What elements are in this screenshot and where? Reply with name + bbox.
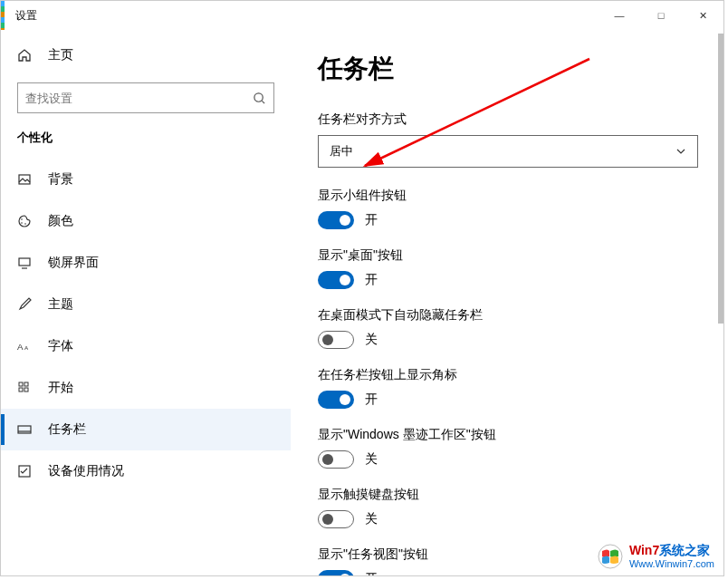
watermark-brand1: Win7 <box>629 543 659 557</box>
watermark-url: Www.Winwin7.com <box>629 558 714 569</box>
picture-icon <box>17 172 35 187</box>
svg-rect-14 <box>18 426 31 433</box>
watermark-brand2: 系统之家 <box>659 543 710 557</box>
alignment-value: 居中 <box>330 143 353 160</box>
toggle-label: 显示"Windows 墨迹工作区"按钮 <box>318 427 687 443</box>
sidebar-item-label: 开始 <box>48 380 73 396</box>
svg-rect-11 <box>24 382 28 386</box>
toggle-switch[interactable] <box>318 450 354 469</box>
toggle-group: 显示"桌面"按钮 开 <box>318 247 687 289</box>
toggle-switch[interactable] <box>318 271 354 289</box>
toggle-switch[interactable] <box>318 211 354 229</box>
home-link[interactable]: 主页 <box>1 37 291 73</box>
toggle-label: 显示"桌面"按钮 <box>318 247 687 264</box>
svg-rect-12 <box>19 388 23 392</box>
minimize-button[interactable]: — <box>599 1 640 30</box>
close-button[interactable]: ✕ <box>682 1 723 30</box>
sidebar-item-label: 锁屏界面 <box>48 255 99 271</box>
sidebar-item-device-usage[interactable]: 设备使用情况 <box>1 450 291 492</box>
sidebar-item-taskbar[interactable]: 任务栏 <box>1 409 291 450</box>
svg-point-4 <box>21 222 23 224</box>
toggle-state: 关 <box>365 511 378 527</box>
toggle-label: 在任务栏按钮上显示角标 <box>318 367 687 383</box>
toggle-switch[interactable] <box>318 510 354 528</box>
svg-point-5 <box>24 223 26 225</box>
monitor-icon <box>17 256 35 270</box>
toggle-label: 显示触摸键盘按钮 <box>318 487 687 503</box>
svg-text:A: A <box>17 342 24 352</box>
grid-icon <box>17 381 35 395</box>
sidebar-item-themes[interactable]: 主题 <box>1 284 291 325</box>
chevron-down-icon <box>675 146 686 157</box>
home-label: 主页 <box>48 47 73 63</box>
svg-rect-6 <box>19 258 30 266</box>
maximize-button[interactable]: □ <box>640 1 682 30</box>
toggle-state: 开 <box>365 571 378 575</box>
sidebar-item-background[interactable]: 背景 <box>1 159 291 200</box>
font-icon: AA <box>17 339 35 353</box>
sidebar-item-fonts[interactable]: AA 字体 <box>1 325 291 367</box>
sidebar-item-colors[interactable]: 颜色 <box>1 200 291 242</box>
sidebar-item-label: 主题 <box>48 296 73 313</box>
sidebar-item-label: 字体 <box>48 338 73 354</box>
titlebar: 设置 — □ ✕ <box>1 1 723 30</box>
sidebar-item-label: 背景 <box>48 171 73 188</box>
toggle-state: 开 <box>365 272 378 288</box>
section-title: 个性化 <box>17 130 274 146</box>
window-controls: — □ ✕ <box>599 1 723 30</box>
sidebar-item-start[interactable]: 开始 <box>1 367 291 409</box>
toggle-group: 显示小组件按钮 开 <box>318 188 687 229</box>
toggle-group: 显示触摸键盘按钮 关 <box>318 487 687 528</box>
toggle-switch[interactable] <box>318 570 354 575</box>
windows-logo-icon <box>595 543 626 570</box>
search-input[interactable] <box>25 92 253 105</box>
sidebar-item-label: 设备使用情况 <box>48 463 124 479</box>
svg-line-1 <box>262 101 264 103</box>
toggle-group: 在任务栏按钮上显示角标 开 <box>318 367 687 409</box>
search-box[interactable] <box>17 82 274 113</box>
brush-icon <box>17 297 35 312</box>
toggle-switch[interactable] <box>318 391 354 409</box>
toggle-switch[interactable] <box>318 331 354 349</box>
palette-icon <box>17 214 35 228</box>
svg-point-0 <box>254 92 263 101</box>
checklist-icon <box>17 464 35 478</box>
alignment-dropdown[interactable]: 居中 <box>318 135 698 168</box>
toggle-label: 显示小组件按钮 <box>318 188 687 204</box>
scrollbar[interactable] <box>718 34 723 324</box>
svg-point-3 <box>21 218 23 220</box>
toggle-label: 在桌面模式下自动隐藏任务栏 <box>318 307 687 324</box>
window-title: 设置 <box>15 8 37 24</box>
toggle-state: 关 <box>365 451 378 468</box>
sidebar-item-label: 任务栏 <box>48 421 86 438</box>
svg-rect-2 <box>19 175 30 184</box>
content-area: 任务栏 任务栏对齐方式 居中 显示小组件按钮 开 显示"桌面"按钮 开 在桌面模… <box>291 30 723 575</box>
toggle-group: 显示"Windows 墨迹工作区"按钮 关 <box>318 427 687 469</box>
page-title: 任务栏 <box>318 52 687 86</box>
svg-rect-10 <box>19 382 23 386</box>
toggle-state: 开 <box>365 392 378 408</box>
sidebar-item-lockscreen[interactable]: 锁屏界面 <box>1 242 291 284</box>
sidebar-item-label: 颜色 <box>48 213 73 229</box>
watermark: Win7系统之家 Www.Winwin7.com <box>595 543 714 570</box>
toggle-state: 开 <box>365 212 378 228</box>
toggle-group: 在桌面模式下自动隐藏任务栏 关 <box>318 307 687 349</box>
search-icon <box>253 92 266 105</box>
taskbar-icon <box>17 422 35 437</box>
alignment-label: 任务栏对齐方式 <box>318 111 687 128</box>
home-icon <box>17 48 35 63</box>
svg-rect-13 <box>24 388 28 392</box>
sidebar: 主页 个性化 背景 颜色 锁屏界面 <box>1 30 291 575</box>
toggle-state: 关 <box>365 332 378 348</box>
svg-text:A: A <box>24 344 29 351</box>
